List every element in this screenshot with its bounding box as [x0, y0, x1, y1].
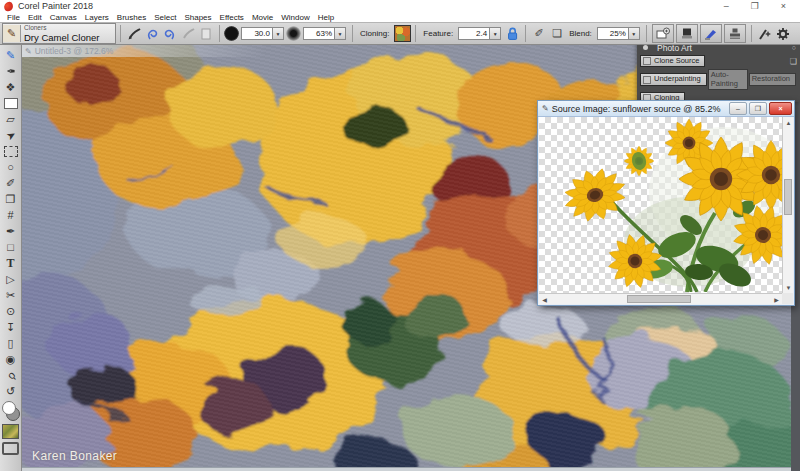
menu-window[interactable]: Window: [277, 13, 313, 22]
source-image-content[interactable]: [539, 117, 782, 293]
opacity-value[interactable]: 63%: [303, 27, 335, 40]
menu-movie[interactable]: Movie: [248, 13, 277, 22]
checkbox-icon[interactable]: [643, 76, 651, 84]
horizontal-scroll-thumb[interactable]: [627, 295, 691, 303]
rect-shape-tool[interactable]: □: [1, 239, 21, 255]
lasso-tool[interactable]: ○: [1, 159, 21, 175]
menu-brushes[interactable]: Brushes: [113, 13, 150, 22]
minimize-button[interactable]: –: [724, 0, 729, 13]
menu-edit[interactable]: Edit: [24, 13, 46, 22]
freehand-stroke-icon[interactable]: [143, 25, 161, 43]
vertical-scroll-thumb[interactable]: [784, 179, 792, 215]
quick-clone-button[interactable]: [676, 24, 698, 43]
page-scroll-tool[interactable]: ↧: [1, 319, 21, 335]
source-close-button[interactable]: ×: [769, 102, 792, 115]
size-dropdown-arrow-icon[interactable]: ▼: [273, 27, 284, 40]
source-image-window[interactable]: ✎ Source Image: sunflower source @ 85.2%…: [537, 100, 795, 306]
window-controls: – ❐ ×: [724, 0, 800, 13]
menu-shapes[interactable]: Shapes: [180, 13, 215, 22]
tab-auto-painting[interactable]: Auto-Painting: [708, 69, 748, 90]
feature-dropdown-arrow-icon[interactable]: ▼: [490, 27, 501, 40]
sample-dropper-tool[interactable]: ⊙: [1, 303, 21, 319]
straight-stroke-icon[interactable]: [161, 25, 179, 43]
main-color-swatch[interactable]: [2, 401, 16, 415]
mixer-pad-tool[interactable]: ▯: [1, 335, 21, 351]
text-tool[interactable]: T: [1, 255, 21, 271]
panel-options-icon[interactable]: ○: [792, 44, 796, 51]
brush-lock-icon[interactable]: [503, 25, 521, 43]
source-restore-button[interactable]: ❐: [749, 102, 767, 115]
brush-variant: Dry Camel Cloner: [24, 33, 100, 43]
opacity-dropdown-arrow-icon[interactable]: ▼: [335, 27, 346, 40]
magic-wand-tool[interactable]: ✐: [1, 175, 21, 191]
menu-effects[interactable]: Effects: [216, 13, 248, 22]
menu-file[interactable]: File: [3, 13, 24, 22]
close-button[interactable]: ×: [781, 0, 786, 13]
opacity-field[interactable]: 63% ▼: [303, 27, 346, 40]
tab-restoration[interactable]: Restoration: [749, 73, 796, 85]
clone-brush-button[interactable]: [700, 24, 722, 43]
feature-field[interactable]: 2.4 ▼: [458, 27, 501, 40]
new-page-icon[interactable]: ❏: [790, 57, 797, 66]
brush-options-icon[interactable]: ❏: [548, 25, 566, 43]
blend-dropdown-arrow-icon[interactable]: ▼: [629, 27, 640, 40]
paint-bucket-tool[interactable]: ❖: [1, 79, 21, 95]
source-window-title: Source Image: sunflower source @ 85.2%: [552, 104, 721, 114]
source-window-titlebar[interactable]: ✎ Source Image: sunflower source @ 85.2%…: [538, 101, 794, 117]
source-minimize-button[interactable]: –: [729, 102, 747, 115]
document-pencil-icon: ✎: [25, 47, 32, 56]
app-titlebar: Corel Painter 2018 – ❐ ×: [0, 0, 800, 13]
shape-select-tool[interactable]: ▷: [1, 271, 21, 287]
size-field[interactable]: 30.0 ▼: [241, 27, 284, 40]
paper-texture-icon: [4, 98, 18, 109]
pattern-selector[interactable]: [2, 424, 19, 439]
transform-tool[interactable]: ❐: [1, 191, 21, 207]
settings-gear-icon[interactable]: [774, 25, 792, 43]
open-source-image-button[interactable]: [652, 24, 674, 43]
scroll-left-arrow-icon[interactable]: ◀: [539, 294, 550, 305]
paper-texture-tool[interactable]: [1, 95, 21, 111]
blend-field[interactable]: 25% ▼: [597, 27, 640, 40]
restore-button[interactable]: ❐: [751, 0, 759, 13]
dropper-tool[interactable]: ✒: [1, 63, 21, 79]
feature-label: Feature:: [423, 29, 453, 38]
scissors-tool[interactable]: ✂: [1, 287, 21, 303]
menu-select[interactable]: Select: [150, 13, 180, 22]
color-selector[interactable]: [1, 401, 21, 421]
feature-value[interactable]: 2.4: [458, 27, 490, 40]
crop-tool[interactable]: #: [1, 207, 21, 223]
perspective-guides-icon[interactable]: [197, 25, 215, 43]
brush-selector[interactable]: ✎ Cloners Dry Camel Cloner: [2, 23, 116, 44]
size-value[interactable]: 30.0: [241, 27, 273, 40]
source-vertical-scrollbar[interactable]: ▲ ▼: [782, 117, 793, 293]
document-tab[interactable]: ✎ Untitled-3 @ 172.6%: [22, 45, 265, 57]
tab-underpainting[interactable]: Underpainting: [640, 73, 707, 85]
align-stroke-icon[interactable]: [179, 25, 197, 43]
menu-help[interactable]: Help: [314, 13, 338, 22]
scroll-right-arrow-icon[interactable]: ▶: [771, 294, 782, 305]
property-bar: ✎ Cloners Dry Camel Cloner 30.0 ▼ 63% ▼ …: [0, 22, 800, 45]
navigator-icon[interactable]: [2, 442, 19, 455]
blend-value[interactable]: 25%: [597, 27, 629, 40]
menu-canvas[interactable]: Canvas: [46, 13, 81, 22]
source-horizontal-scrollbar[interactable]: ◀ ▶: [539, 293, 782, 304]
scroll-down-arrow-icon[interactable]: ▼: [783, 282, 794, 293]
sunflower-photo: [539, 117, 782, 292]
stroke-brush-icon[interactable]: [125, 25, 143, 43]
brush-labels: Cloners Dry Camel Cloner: [21, 25, 100, 42]
toolbox: ✎ ✒ ❖ ▱ ➤ ○ ✐ ❐ # ✒ □ T ▷ ✂ ⊙ ↧ ▯ ◉ ϙ ↺: [0, 45, 22, 471]
menu-layers[interactable]: Layers: [81, 13, 113, 22]
clone-source-thumbnail[interactable]: [394, 25, 411, 42]
brush-tool[interactable]: ✎: [1, 47, 21, 63]
magic-options-icon[interactable]: [756, 25, 774, 43]
checkbox-icon[interactable]: [643, 57, 651, 65]
corel-painter-logo-icon: [3, 1, 14, 12]
scroll-up-arrow-icon[interactable]: ▲: [783, 117, 794, 128]
rubber-stamp-button[interactable]: [724, 24, 746, 43]
pen-tool[interactable]: ✒: [1, 223, 21, 239]
rect-select-tool[interactable]: [1, 143, 21, 159]
tab-clone-source[interactable]: Clone Source: [640, 55, 705, 67]
edit-brush-icon[interactable]: ✐: [530, 25, 548, 43]
divider: [415, 25, 416, 42]
canvas-horizontal-scrollbar[interactable]: [22, 467, 791, 471]
